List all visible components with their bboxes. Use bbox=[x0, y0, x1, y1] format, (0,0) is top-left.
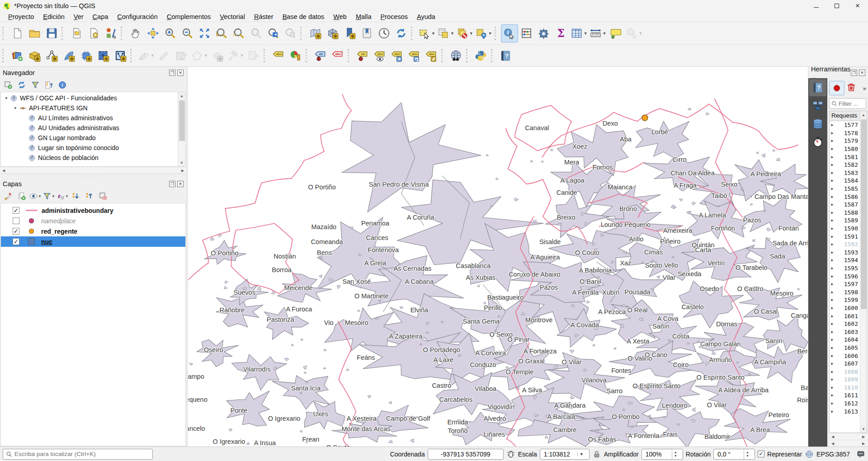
expand-arrow-icon[interactable]: ▶ bbox=[830, 218, 835, 222]
request-row-1579[interactable]: ▶1579 bbox=[830, 137, 860, 145]
request-row-1594[interactable]: ▶1594 bbox=[830, 256, 860, 264]
add-selected-layers-button[interactable] bbox=[2, 79, 14, 91]
menu-proyecto[interactable]: Proyecto bbox=[4, 12, 38, 21]
expand-arrow-icon[interactable]: ▶ bbox=[830, 258, 835, 262]
expand-arrow-icon[interactable]: ▶ bbox=[830, 346, 835, 350]
new-3d-map-view-button[interactable] bbox=[324, 24, 341, 42]
request-row-1604[interactable]: ▶1604 bbox=[830, 336, 860, 344]
close-panel-icon[interactable]: ✕ bbox=[177, 70, 184, 76]
close-panel-icon[interactable]: ✕ bbox=[859, 70, 865, 76]
processing-toolbox-button[interactable] bbox=[535, 24, 552, 42]
request-row-1611[interactable]: ▶1611 bbox=[830, 391, 860, 400]
expand-arrow-icon[interactable]: ▶ bbox=[830, 139, 835, 143]
layer-visibility-checkbox[interactable]: ✓ bbox=[13, 207, 19, 214]
toolbar-handle[interactable] bbox=[411, 27, 415, 40]
filter-box[interactable] bbox=[829, 98, 866, 109]
expand-arrow-icon[interactable]: ▶ bbox=[830, 362, 835, 366]
new-geopackage-layer-button[interactable] bbox=[26, 47, 43, 65]
statistical-summary-button[interactable]: Σ bbox=[552, 24, 570, 42]
menu-base-de-datos[interactable]: Base de datos bbox=[278, 12, 329, 21]
expand-arrow-icon[interactable]: ▶ bbox=[830, 409, 835, 414]
request-row-1580[interactable]: ▶1580 bbox=[830, 145, 860, 153]
maximize-button[interactable] bbox=[826, 0, 847, 12]
refresh-browser-button[interactable] bbox=[15, 79, 28, 91]
request-row-1592[interactable]: ▶1592 bbox=[830, 240, 860, 249]
scale-combo[interactable]: 1:103812 ▼ bbox=[540, 449, 590, 460]
expand-arrow-icon[interactable]: ▶ bbox=[830, 195, 835, 199]
menu-edicio-n[interactable]: Edición bbox=[38, 12, 69, 21]
toolbar-handle[interactable] bbox=[121, 27, 125, 40]
zoom-in-button[interactable] bbox=[161, 24, 179, 42]
expand-arrow-icon[interactable]: ▶ bbox=[830, 211, 835, 215]
manage-map-themes-button[interactable]: ▼ bbox=[29, 190, 42, 202]
expand-arrow-icon[interactable]: ▶ bbox=[830, 179, 835, 183]
request-row-1586[interactable]: ▶1586 bbox=[830, 193, 860, 201]
new-spatial-bookmark-button[interactable] bbox=[341, 24, 358, 42]
select-by-location-button[interactable]: ▼ bbox=[474, 24, 493, 42]
pan-to-selection-button[interactable] bbox=[144, 24, 161, 42]
change-label-button[interactable]: abc bbox=[423, 47, 440, 65]
request-row-1590[interactable]: ▶1590 bbox=[830, 225, 860, 233]
browser-vscrollbar[interactable]: ▲▼ bbox=[178, 92, 185, 166]
expand-arrow-icon[interactable]: ▶ bbox=[830, 377, 835, 381]
request-row-1613[interactable]: ▶1613 bbox=[830, 407, 860, 415]
crs-globe-icon[interactable] bbox=[805, 450, 814, 459]
menu-ver[interactable]: Ver bbox=[69, 12, 88, 21]
collapse-all-button[interactable] bbox=[83, 190, 96, 202]
expand-arrow-icon[interactable]: ▶ bbox=[830, 290, 835, 294]
expand-arrow-icon[interactable]: ▶ bbox=[830, 306, 835, 310]
filter-input[interactable] bbox=[839, 100, 864, 107]
layer-visibility-checkbox[interactable]: ✓ bbox=[13, 228, 19, 235]
layer-item-nuc[interactable]: ✓nuc bbox=[1, 236, 185, 247]
remove-layer-button[interactable] bbox=[97, 190, 109, 202]
render-checkbox[interactable]: ✓ bbox=[758, 451, 764, 457]
layer-visibility-checkbox[interactable] bbox=[13, 217, 19, 224]
expand-arrow-icon[interactable]: ▶ bbox=[830, 282, 835, 286]
float-panel-icon[interactable]: ❐ bbox=[169, 70, 175, 76]
deselect-all-button[interactable]: ▼ bbox=[455, 24, 474, 42]
data-source-manager-button[interactable] bbox=[9, 47, 26, 65]
toolbar-handle[interactable] bbox=[2, 49, 7, 62]
new-annotation-layer-button[interactable] bbox=[112, 47, 129, 65]
menu-ayuda[interactable]: Ayuda bbox=[412, 12, 440, 21]
toolbar-handle[interactable] bbox=[466, 49, 471, 62]
browser-item-au-unidades-administrativas[interactable]: AU Unidades administrativas bbox=[1, 123, 178, 133]
layer-item-administrativeboundary[interactable]: ✓administrativeboundary bbox=[1, 205, 185, 216]
collapse-all-button[interactable] bbox=[42, 79, 55, 91]
request-row-1585[interactable]: ▶1585 bbox=[830, 185, 860, 193]
style-manager-button[interactable]: a bbox=[102, 24, 119, 42]
request-row-1610[interactable]: ▶1610 bbox=[830, 384, 860, 392]
refresh-map-button[interactable] bbox=[392, 24, 410, 42]
new-project-button[interactable] bbox=[9, 24, 26, 42]
expand-arrow-icon[interactable]: ▶ bbox=[830, 155, 835, 159]
browser-item-nu-cleos-de-poblacio-n[interactable]: Núcleos de población bbox=[1, 153, 178, 163]
requests-hscrollbar[interactable]: ◀▶ bbox=[829, 433, 867, 440]
zoom-out-button[interactable] bbox=[179, 24, 196, 42]
request-row-1591[interactable]: ▶1591 bbox=[830, 232, 860, 240]
expand-arrow-icon[interactable]: ▶ bbox=[830, 187, 835, 191]
request-row-1607[interactable]: ▶1607 bbox=[830, 360, 860, 368]
browser-item-gn-lugar-nombrado[interactable]: GN Lugar nombrado bbox=[1, 133, 178, 143]
expand-arrow-icon[interactable]: ▶ bbox=[830, 266, 835, 270]
request-row-1600[interactable]: ▶1600 bbox=[830, 304, 860, 312]
select-features-button[interactable]: ▼ bbox=[417, 24, 436, 42]
expand-arrow-icon[interactable]: ▶ bbox=[830, 226, 835, 230]
close-panel-icon[interactable]: ✕ bbox=[177, 181, 184, 187]
network-logger-tab[interactable] bbox=[809, 97, 826, 114]
rotate-label-button[interactable]: abc bbox=[406, 47, 423, 65]
expand-arrow-icon[interactable]: ▶ bbox=[830, 235, 835, 239]
help-contents-tab[interactable]: ? bbox=[809, 79, 826, 96]
minimize-button[interactable] bbox=[806, 0, 826, 12]
attribute-table-button[interactable]: ▼ bbox=[570, 24, 589, 42]
request-row-1582[interactable]: ▶1582 bbox=[830, 161, 860, 169]
layer-item-red-regente[interactable]: ✓red_regente bbox=[1, 226, 185, 236]
requests-vscrollbar[interactable]: ▲▼ bbox=[860, 111, 867, 433]
browser-hscrollbar[interactable]: ◀▶ bbox=[0, 167, 186, 174]
show-hide-labels-button[interactable]: abc bbox=[371, 47, 388, 65]
request-row-1588[interactable]: ▶1588 bbox=[830, 209, 860, 217]
expand-arrow-icon[interactable]: ▶ bbox=[830, 298, 835, 302]
messages-icon[interactable] bbox=[856, 450, 865, 459]
expand-arrow-icon[interactable]: ▶ bbox=[830, 131, 835, 135]
pin-unpin-labels-button[interactable]: ab bbox=[354, 47, 371, 65]
menu-ra-ster[interactable]: Ráster bbox=[250, 12, 278, 21]
